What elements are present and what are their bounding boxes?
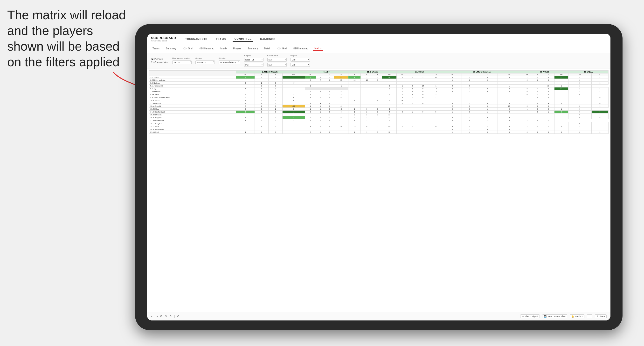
tab-h2h-grid[interactable]: H2H Grid (181, 46, 194, 51)
gender-select[interactable]: Women's Men's (196, 60, 215, 64)
cell: 0 (397, 111, 408, 114)
cell: 0 (521, 79, 533, 82)
cell (373, 128, 382, 131)
conference-select[interactable]: (All) (267, 58, 287, 62)
cell: 1 (316, 131, 325, 134)
cell: 0 (373, 125, 382, 128)
player-name: 12. A Bianchi (149, 105, 236, 108)
division-select-wrapper[interactable]: NCAA Division II NCAA Division I NCAA Di… (218, 60, 240, 64)
cell (521, 114, 533, 116)
table-row: 20. E Andersson (149, 128, 608, 131)
watch-button[interactable]: 🔔 Watch ▾ (570, 315, 584, 318)
max-players-filter: Max players in view Top 25 Top 50 All (172, 57, 192, 64)
filter-bar: Full View Compact View Max players in vi… (147, 53, 610, 68)
undo-icon[interactable]: ↩ (151, 315, 153, 318)
timer-icon[interactable]: ⊙ (177, 315, 179, 318)
compact-view-radio[interactable] (151, 61, 154, 63)
tab-matrix2[interactable]: Matrix (313, 46, 323, 51)
cell: 1 (397, 87, 408, 90)
region-select-wrapper[interactable]: East - DII West - DII South - DII (244, 57, 264, 62)
share-button[interactable]: ⇧ Share (595, 315, 606, 318)
sub-w5: W (443, 73, 462, 76)
zoom-icon[interactable]: ⊕ (165, 315, 167, 318)
cell: 1 (521, 108, 533, 111)
divider: | (174, 315, 175, 318)
cell: 0 (334, 116, 348, 119)
cell: 1 (397, 90, 408, 93)
tab-matrix[interactable]: Matrix (219, 46, 228, 51)
region-sub-select[interactable]: (All) (244, 63, 264, 67)
players-select-wrapper[interactable]: (All) (290, 57, 310, 62)
cell (408, 105, 417, 108)
tab-h2h-grid2[interactable]: H2H Grid (275, 46, 288, 51)
cell: 1 (443, 131, 462, 134)
more-options-button[interactable]: ⋯ (587, 315, 592, 318)
cell (417, 131, 429, 134)
cell: 35 (498, 79, 521, 82)
max-players-select-wrapper[interactable]: Top 25 Top 50 All (172, 60, 192, 64)
players-sub-select-wrapper[interactable]: (All) (290, 62, 310, 67)
cell: 0 (498, 108, 521, 111)
nav-rankings[interactable]: RANKINGS (258, 37, 277, 41)
sub-dif1: Dif (282, 73, 305, 76)
cell: 0 (477, 131, 498, 134)
max-players-select[interactable]: Top 25 Top 50 All (172, 60, 192, 64)
cell: 0 (268, 82, 282, 85)
players-select[interactable]: (All) (290, 58, 310, 62)
refresh-icon[interactable]: ⟳ (160, 315, 162, 318)
cell: -4 (397, 99, 408, 102)
cell (542, 114, 554, 116)
cell: 2 (373, 99, 382, 102)
zoom-out-icon[interactable]: ⊖ (170, 315, 172, 318)
cell: 0 (282, 93, 305, 96)
cell: 1 (305, 108, 316, 111)
cell (417, 99, 429, 102)
conference-sub-select[interactable]: (All) (267, 63, 287, 67)
tab-teams[interactable]: Teams (151, 46, 161, 51)
conference-select-wrapper[interactable]: (All) (267, 57, 287, 62)
cell: 1 (568, 96, 592, 99)
nav-committee[interactable]: COMMITTEE (232, 36, 254, 42)
conference-sub-select-wrapper[interactable]: (All) (267, 62, 287, 67)
cell: 0 (443, 128, 462, 131)
cell (592, 125, 608, 128)
tab-h2h-heatmap2[interactable]: H2H Heatmap (292, 46, 310, 51)
cell: 0 (325, 119, 334, 122)
tab-summary2[interactable]: Summary (246, 46, 260, 51)
cell: -11 (282, 85, 305, 87)
tab-detail[interactable]: Detail (263, 46, 272, 51)
tab-players[interactable]: Players (232, 46, 243, 51)
full-view-option[interactable]: Full View (151, 58, 168, 60)
region-select[interactable]: East - DII West - DII South - DII (244, 58, 264, 62)
nav-tournaments[interactable]: TOURNAMENTS (184, 37, 209, 41)
full-view-radio[interactable] (151, 58, 154, 60)
compact-view-option[interactable]: Compact View (151, 61, 168, 63)
table-row: 7. O Mitchell 3 0 0 18 2 2 0 2 1 (149, 90, 608, 93)
cell: 4 (533, 90, 542, 93)
cell (429, 122, 443, 125)
player-name: 17. D Ballesteros (149, 119, 236, 122)
cell (373, 93, 382, 96)
matrix-container[interactable]: 2. M Kelly Mulcahy 6. A Dy 11. G Woods 2… (147, 68, 610, 312)
cell (348, 105, 361, 108)
save-custom-view-button[interactable]: 💾 Save Custom View (542, 315, 567, 318)
view-original-button[interactable]: 👁 View: Original (520, 315, 540, 318)
nav-teams[interactable]: TEAMS (214, 37, 228, 41)
cell: 0 (568, 122, 592, 125)
region-sub-select-wrapper[interactable]: (All) (244, 62, 264, 67)
gender-select-wrapper[interactable]: Women's Men's (196, 60, 215, 64)
tab-summary[interactable]: Summary (164, 46, 178, 51)
cell: 0 (282, 108, 305, 111)
cell (429, 82, 443, 85)
cell: 4 (498, 87, 521, 90)
redo-icon[interactable]: ↪ (156, 315, 158, 318)
cell: 46 (554, 79, 568, 82)
division-select[interactable]: NCAA Division II NCAA Division I NCAA Di… (218, 60, 240, 64)
cell: 59 (282, 131, 305, 134)
cell (477, 96, 498, 99)
players-sub-select[interactable]: (All) (290, 63, 310, 67)
tab-h2h-heatmap[interactable]: H2H Heatmap (197, 46, 216, 51)
cell (429, 131, 443, 134)
cell: 0 (462, 105, 477, 108)
cell (255, 114, 268, 116)
